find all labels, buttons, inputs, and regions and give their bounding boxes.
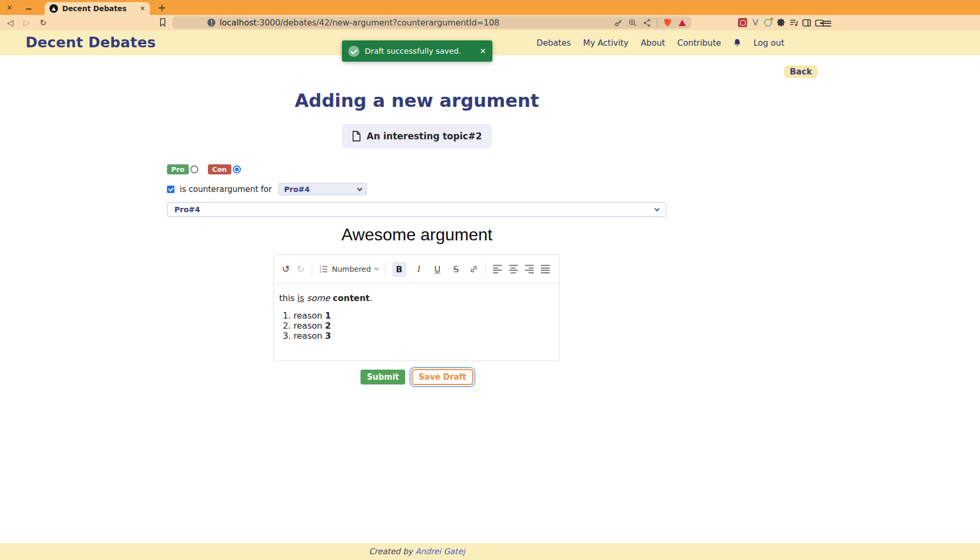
share-icon[interactable] [643, 19, 651, 27]
new-tab-button[interactable]: + [157, 0, 166, 15]
pro-radio[interactable] [190, 165, 198, 173]
tab-close-icon[interactable]: ✕ [140, 5, 145, 12]
app-viewport: Decent Debates Debates My Activity About… [0, 30, 980, 560]
green-ring [764, 19, 772, 27]
editor-content[interactable]: this is some content. reason 1 reason 2 … [274, 284, 559, 341]
italic-button[interactable]: I [413, 264, 425, 274]
chevron-down-icon [357, 186, 363, 191]
chevron-down-icon [655, 206, 660, 211]
zoom-page-icon[interactable] [629, 19, 637, 27]
playlist-icon[interactable] [789, 18, 798, 27]
list-style-label: Numbered [332, 265, 371, 273]
editor-toolbar: ↺ ↻ 123 Numbered B I U S [274, 255, 559, 284]
browser-back-icon[interactable]: ◁ [5, 18, 15, 28]
parent-argument-accordion[interactable]: Pro#4 [167, 202, 666, 217]
nav-log-out[interactable]: Log out [753, 38, 784, 48]
topic-wrap: An interesting topic#2 [0, 124, 834, 148]
text-underline: is [297, 293, 304, 303]
app-nav: Debates My Activity About Contribute Log… [537, 30, 784, 55]
topic-label: An interesting topic#2 [367, 131, 482, 141]
browser-reload-icon[interactable]: ↻ [38, 18, 48, 28]
align-center-icon[interactable] [509, 264, 518, 275]
align-justify-icon[interactable] [541, 264, 550, 275]
toolbar-divider [485, 262, 486, 277]
strikethrough-button[interactable]: S [450, 264, 462, 274]
list-item-text: reason [294, 321, 325, 331]
accordion-title: Pro#4 [174, 205, 200, 214]
extension-green-icon[interactable] [764, 18, 773, 27]
window-minimize-icon[interactable] [24, 3, 33, 12]
brave-rewards-triangle-icon[interactable] [678, 19, 686, 27]
created-by-text: Created by [369, 547, 415, 556]
form-actions: Submit Save Draft [0, 369, 834, 385]
svg-text:3: 3 [320, 270, 321, 273]
bold-button[interactable]: B [392, 262, 406, 277]
sidebar-icon[interactable] [802, 18, 811, 27]
tab-title: Decent Debates [62, 4, 136, 13]
pro-badge[interactable]: Pro [167, 164, 189, 174]
notifications-bell-icon[interactable] [733, 38, 741, 47]
content-paragraph: this is some content. [279, 293, 554, 303]
nav-contribute[interactable]: Contribute [677, 38, 721, 48]
app-footer: Created by Andrei Gatej [0, 543, 980, 560]
browser-toolbar: ◁ ▷ ↻ localhost:3000/debates/42/new-argu… [0, 15, 980, 30]
minimize-bar [26, 9, 31, 10]
browser-menu-icon[interactable] [823, 19, 831, 28]
rich-text-editor: ↺ ↻ 123 Numbered B I U S [273, 254, 560, 361]
nav-debates[interactable]: Debates [537, 38, 571, 48]
underline-button[interactable]: U [432, 264, 443, 274]
align-right-icon[interactable] [525, 264, 534, 275]
password-key-icon[interactable] [614, 19, 623, 27]
list-item: reason 3 [294, 331, 554, 341]
url-bar[interactable]: localhost:3000/debates/42/new-argument?c… [172, 16, 691, 29]
topic-card: An interesting topic#2 [342, 124, 492, 148]
con-badge[interactable]: Con [208, 164, 231, 174]
back-button[interactable]: Back [784, 65, 817, 78]
submit-button[interactable]: Submit [361, 370, 405, 385]
window-close-icon[interactable]: ✕ [5, 3, 14, 12]
align-left-icon[interactable] [493, 264, 502, 275]
counterargument-checkbox[interactable] [167, 186, 174, 193]
stance-row: Pro Con [167, 164, 241, 174]
toolbar-divider [312, 262, 312, 277]
con-radio[interactable] [233, 165, 241, 173]
browser-tab[interactable]: Decent Debates ✕ [45, 2, 150, 15]
nav-my-activity[interactable]: My Activity [583, 38, 629, 48]
text-bold: content [333, 293, 370, 303]
urlbar-divider [657, 19, 657, 27]
save-draft-button[interactable]: Save Draft [412, 369, 473, 385]
browser-tab-strip: ✕ Decent Debates ✕ + [0, 0, 980, 15]
numbered-list-icon: 123 [319, 265, 328, 273]
screen: ✕ Decent Debates ✕ + ◁ ▷ ↻ localhost:300… [0, 0, 980, 560]
document-icon [352, 131, 361, 141]
reading-list-bookmark-icon[interactable] [160, 18, 166, 29]
extensions-puzzle-icon[interactable] [776, 18, 785, 27]
link-icon[interactable] [469, 264, 479, 274]
nav-about[interactable]: About [641, 38, 665, 48]
list-item: reason 2 [294, 321, 554, 331]
text-plain: this [279, 293, 297, 303]
site-info-icon[interactable] [207, 19, 215, 27]
toast-notification: Draft successfully saved. ✕ [342, 40, 492, 62]
toast-close-icon[interactable]: ✕ [480, 47, 486, 55]
extension-vue-icon[interactable]: V [751, 18, 760, 27]
extension-red-icon[interactable] [738, 18, 747, 27]
list-item-num: 3 [325, 331, 331, 341]
argument-title-input[interactable]: Awesome argument [0, 225, 834, 245]
counterargument-label: is counterargument for [180, 185, 272, 194]
redo-icon[interactable]: ↻ [297, 264, 305, 274]
brave-shield-icon[interactable] [663, 18, 672, 27]
urlbar-right-icons [614, 18, 691, 27]
author-link[interactable]: Andrei Gatej [415, 547, 465, 556]
undo-icon[interactable]: ↺ [282, 264, 290, 274]
toast-message: Draft successfully saved. [365, 47, 461, 55]
url-path: :3000/debates/42/new-argument?counterarg… [257, 18, 500, 28]
app-logo[interactable]: Decent Debates [26, 34, 156, 51]
list-item-num: 2 [325, 321, 331, 331]
text-plain: . [370, 293, 372, 303]
wallet-icon[interactable] [815, 18, 824, 27]
page-title: Adding a new argument [0, 90, 834, 111]
counterargument-select[interactable]: Pro#4 [279, 183, 367, 195]
browser-forward-icon[interactable]: ▷ [22, 18, 31, 28]
list-style-dropdown[interactable]: 123 Numbered [319, 265, 378, 273]
